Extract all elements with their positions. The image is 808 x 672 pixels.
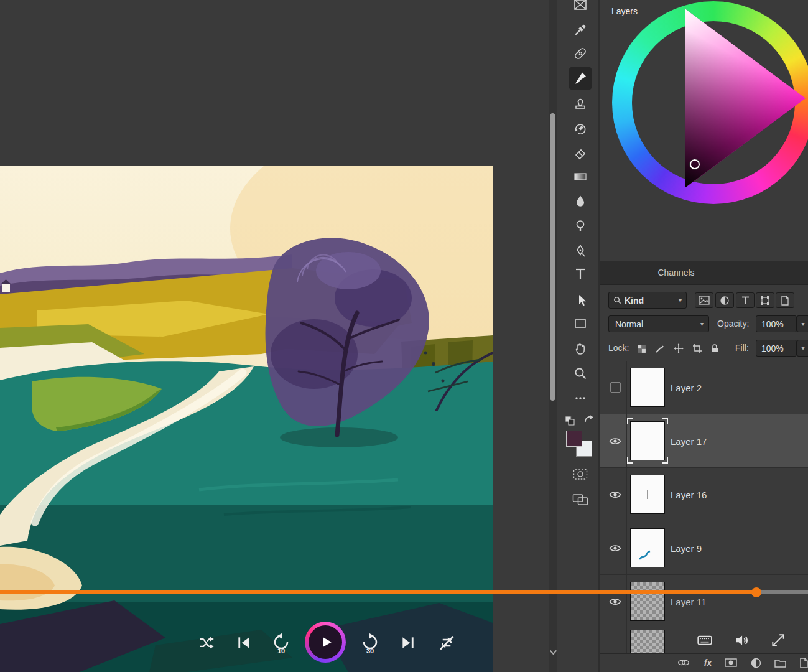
type-tool-icon [573,267,587,281]
history-brush-tool-icon [573,122,587,136]
layer-thumbnail[interactable] [630,368,665,407]
next-button[interactable] [399,634,417,651]
layer-effects-button[interactable]: fx [701,656,715,670]
link-layers-button[interactable] [677,656,690,670]
filter-smart-objects-button[interactable] [776,292,794,308]
visibility-toggle[interactable] [605,521,626,574]
gradient-tool-icon [573,170,587,184]
chevron-down-icon: ▾ [679,297,682,304]
adjustment-layer-button[interactable] [749,656,763,670]
previous-button[interactable] [235,634,253,651]
filter-pixel-layers-button[interactable] [695,292,713,308]
shape-tool[interactable] [569,312,592,335]
zoom-tool[interactable] [569,362,592,385]
timeline-progress-bar[interactable] [0,590,808,594]
lock-pixels-button[interactable] [653,342,667,355]
volume-button[interactable] [733,632,750,649]
lock-transparency-button[interactable] [634,342,648,355]
keyboard-shortcuts-button[interactable] [696,632,713,649]
brush-tool[interactable] [569,67,592,90]
fullscreen-button[interactable] [769,632,787,649]
tab-layers[interactable]: Layers [601,0,648,24]
canvas-artwork[interactable] [0,166,493,672]
visibility-toggle[interactable] [605,468,626,521]
path-select-tool-icon [573,294,587,307]
fill-value: 100% [761,343,784,353]
play-icon [316,633,335,651]
history-brush-tool[interactable] [569,118,592,140]
adjustment-layer-icon [751,658,761,668]
opacity-dropdown-button[interactable]: ▾ [797,315,808,332]
eraser-tool-icon [573,147,587,161]
play-button[interactable] [305,622,346,663]
timeline-thumb[interactable] [751,587,761,597]
gradient-tool[interactable] [569,166,592,188]
healing-brush-tool[interactable] [569,42,592,65]
scroll-down-button[interactable] [548,647,558,657]
blur-tool[interactable] [569,190,592,212]
lock-label: Lock: [608,340,629,357]
layer-row-layer-9[interactable]: Layer 9 [600,521,808,575]
forward-30-button[interactable]: 30 [360,632,380,653]
visibility-toggle[interactable] [605,361,626,414]
visibility-off-box [610,382,621,393]
visibility-toggle[interactable] [605,575,626,628]
chevron-down-icon: ▾ [801,345,804,352]
lock-position-button[interactable] [672,342,685,355]
repeat-off-button[interactable] [437,633,457,653]
type-tool[interactable] [569,263,592,285]
fill-dropdown-button[interactable]: ▾ [797,340,808,357]
frame-tool[interactable] [569,0,592,16]
saturation-triangle[interactable] [612,1,808,204]
add-layer-mask-button[interactable] [724,656,738,670]
default-colors-icon [564,415,575,426]
layer-row-layer-16[interactable]: Layer 16 [600,468,808,521]
clone-stamp-tool[interactable] [569,93,592,115]
filter-shape-layers-button[interactable] [756,292,774,308]
new-group-button[interactable] [773,656,787,670]
type-filter-icon [741,296,750,305]
lock-transparency-icon [637,344,646,353]
layer-row-layer-11[interactable]: Layer 11 [600,575,808,628]
shape-tool-icon [573,317,587,330]
tab-channels[interactable]: Channels [648,261,704,284]
layer-thumbnail[interactable] [630,582,665,621]
lock-all-button[interactable] [708,342,722,355]
hand-tool[interactable] [569,337,592,360]
repeat-off-icon [437,633,456,652]
quick-mask-button[interactable] [572,467,588,481]
more-tools[interactable] [569,387,592,409]
filter-adjustment-layers-button[interactable] [715,292,734,308]
pen-tool[interactable] [569,240,592,262]
fill-value-field[interactable]: 100% [756,340,797,357]
opacity-value-field[interactable]: 100% [756,315,797,332]
scrollbar-thumb[interactable] [550,113,555,401]
rewind-10-button[interactable]: 10 [271,632,291,653]
path-select-tool[interactable] [569,289,592,312]
layer-row-layer-2[interactable]: Layer 2 [600,361,808,414]
kind-filter-dropdown[interactable]: Kind ▾ [608,292,687,309]
eye-icon [609,490,621,499]
filter-type-layers-button[interactable] [736,292,755,308]
layer-row-layer-17[interactable]: Layer 17 [600,414,808,468]
pen-tool-icon [573,244,587,258]
blend-mode-dropdown[interactable]: Normal ▾ [608,315,709,332]
dodge-tool[interactable] [569,215,592,237]
blur-tool-icon [573,194,587,208]
foreground-color-swatch[interactable] [566,431,582,447]
eyedropper-tool[interactable] [569,19,592,41]
layer-thumbnail[interactable] [630,475,665,514]
default-colors-button[interactable] [564,414,576,427]
new-layer-icon [799,658,808,668]
switch-colors-button[interactable] [582,413,595,426]
lock-artboard-button[interactable] [690,342,704,355]
shuffle-button[interactable] [198,634,215,651]
visibility-toggle[interactable] [605,414,626,467]
layer-thumbnail[interactable] [630,528,665,567]
column-divider [626,468,627,521]
eraser-tool[interactable] [569,142,592,165]
forward-seconds-label: 30 [360,647,380,655]
new-layer-button[interactable] [797,656,808,670]
screen-mode-button[interactable] [572,492,589,507]
layer-name: Layer 16 [671,489,707,500]
